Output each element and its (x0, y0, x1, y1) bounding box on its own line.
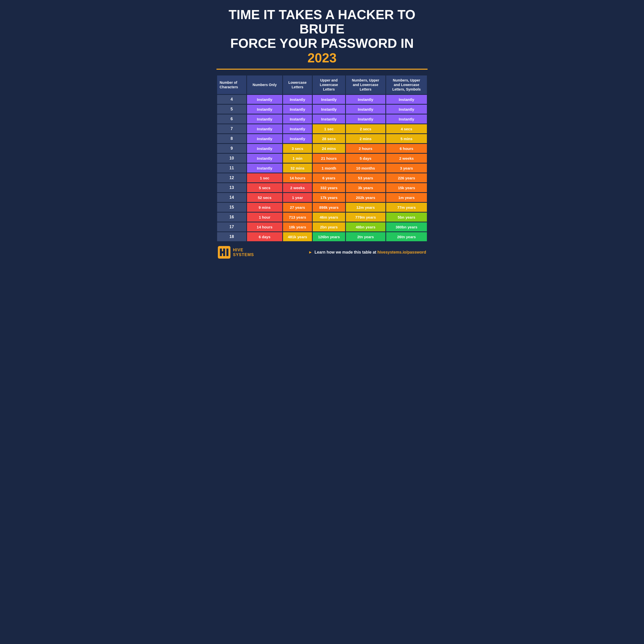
table-cell: 10 months (346, 164, 385, 173)
table-cell: Instantly (346, 95, 385, 104)
table-cell: 53 years (346, 173, 385, 182)
footer: HIVE SYSTEMS ► Learn how we made this ta… (216, 242, 428, 260)
table-cell: Instantly (313, 95, 345, 104)
table-cell: 14 hours (283, 173, 312, 182)
table-cell: 21 hours (313, 154, 345, 163)
table-cell: 126bn years (313, 232, 345, 241)
table-cell: Instantly (247, 164, 282, 173)
header-numbers-upper-lower-symbols: Numbers, Upperand LowercaseLetters, Symb… (386, 75, 427, 94)
hive-logo-icon (218, 246, 230, 259)
main-title: TIME IT TAKES A HACKER TO BRUTE FORCE YO… (216, 8, 428, 65)
table-cell: 1 sec (247, 173, 282, 182)
table-cell: 32 mins (283, 164, 312, 173)
table-cell: Instantly (386, 105, 427, 114)
table-row: 10Instantly1 min21 hours5 days2 weeks (217, 154, 427, 163)
table-cell: Instantly (247, 144, 282, 153)
table-cell: 2 mins (346, 134, 385, 143)
table-cell: 17k years (313, 193, 345, 202)
table-cell: 3k years (346, 183, 385, 192)
table-row: 135 secs2 weeks332 years3k years15k year… (217, 183, 427, 192)
table-row: 6InstantlyInstantlyInstantlyInstantlyIns… (217, 114, 427, 124)
table-cell: 1 sec (313, 124, 345, 133)
table-cell: 2 secs (346, 124, 385, 133)
title-year: 2023 (307, 51, 337, 65)
row-chars: 16 (217, 213, 246, 222)
table-cell: 27 years (283, 203, 312, 212)
table-cell: 332 years (313, 183, 345, 192)
table-cell: Instantly (283, 114, 312, 124)
table-row: 11Instantly32 mins1 month10 months3 year… (217, 164, 427, 173)
row-chars: 18 (217, 232, 246, 241)
table-row: 1714 hours18k years2bn years48bn years38… (217, 222, 427, 231)
table-cell: 6 hours (386, 144, 427, 153)
table-cell: 12m years (346, 203, 385, 212)
row-chars: 17 (217, 222, 246, 231)
table-cell: 4 secs (386, 124, 427, 133)
row-chars: 4 (217, 95, 246, 104)
row-chars: 11 (217, 164, 246, 173)
table-cell: 6 days (247, 232, 282, 241)
table-header-row: Number ofCharacters Numbers Only Lowerca… (217, 75, 427, 94)
table-cell: 5 days (346, 154, 385, 163)
table-cell: 52 secs (247, 193, 282, 202)
table-row: 7InstantlyInstantly1 sec2 secs4 secs (217, 124, 427, 133)
table-cell: 3 secs (283, 144, 312, 153)
table-cell: Instantly (313, 114, 345, 124)
table-cell: Instantly (247, 124, 282, 133)
table-cell: 1 hour (247, 213, 282, 222)
row-chars: 7 (217, 124, 246, 133)
header-chars: Number ofCharacters (217, 75, 246, 94)
table-cell: 5 mins (386, 134, 427, 143)
table-cell: 202k years (346, 193, 385, 202)
table-cell: 2bn years (313, 222, 345, 231)
table-cell: Instantly (283, 134, 312, 143)
table-cell: 6 years (313, 173, 345, 182)
logo-line1: HIVE (233, 248, 254, 252)
table-cell: 9 mins (247, 203, 282, 212)
table-cell: 380bn years (386, 222, 427, 231)
table-cell: 28 secs (313, 134, 345, 143)
header-upper-lower: Upper andLowercaseLetters (313, 75, 345, 94)
table-cell: Instantly (247, 114, 282, 124)
table-cell: 14 hours (247, 222, 282, 231)
footer-cta: ► Learn how we made this table at hivesy… (308, 250, 426, 255)
table-cell: 3 years (386, 164, 427, 173)
row-chars: 15 (217, 203, 246, 212)
table-cell: Instantly (283, 95, 312, 104)
svg-rect-4 (226, 249, 228, 256)
table-cell: 2tn years (346, 232, 385, 241)
row-chars: 14 (217, 193, 246, 202)
table-row: 161 hour713 years46m years779m years5bn … (217, 213, 427, 222)
table-cell: 898k years (313, 203, 345, 212)
footer-url[interactable]: hivesystems.io/password (377, 250, 426, 254)
header-numbers-only: Numbers Only (247, 75, 282, 94)
svg-rect-3 (220, 251, 225, 253)
row-chars: 6 (217, 114, 246, 124)
table-row: 1452 secs1 year17k years202k years1m yea… (217, 193, 427, 202)
table-cell: 5 secs (247, 183, 282, 192)
table-row: 121 sec14 hours6 years53 years226 years (217, 173, 427, 182)
title-line2: FORCE YOUR PASSWORD IN (230, 36, 414, 51)
table-cell: 15k years (386, 183, 427, 192)
table-cell: Instantly (346, 105, 385, 114)
footer-arrow: ► (308, 250, 312, 254)
table-cell: 481k years (283, 232, 312, 241)
table-row: 159 mins27 years898k years12m years77m y… (217, 203, 427, 212)
table-cell: Instantly (247, 105, 282, 114)
hive-logo: HIVE SYSTEMS (218, 246, 254, 259)
table-cell: 2 weeks (386, 154, 427, 163)
table-cell: 1 month (313, 164, 345, 173)
table-cell: Instantly (247, 154, 282, 163)
table-cell: 779m years (346, 213, 385, 222)
row-chars: 13 (217, 183, 246, 192)
table-cell: 2 weeks (283, 183, 312, 192)
table-cell: 713 years (283, 213, 312, 222)
table-cell: 24 mins (313, 144, 345, 153)
row-chars: 8 (217, 134, 246, 143)
row-chars: 5 (217, 105, 246, 114)
table-cell: Instantly (313, 105, 345, 114)
table-row: 4InstantlyInstantlyInstantlyInstantlyIns… (217, 95, 427, 104)
table-cell: 77m years (386, 203, 427, 212)
table-cell: 26tn years (386, 232, 427, 241)
page-container: TIME IT TAKES A HACKER TO BRUTE FORCE YO… (209, 0, 435, 265)
